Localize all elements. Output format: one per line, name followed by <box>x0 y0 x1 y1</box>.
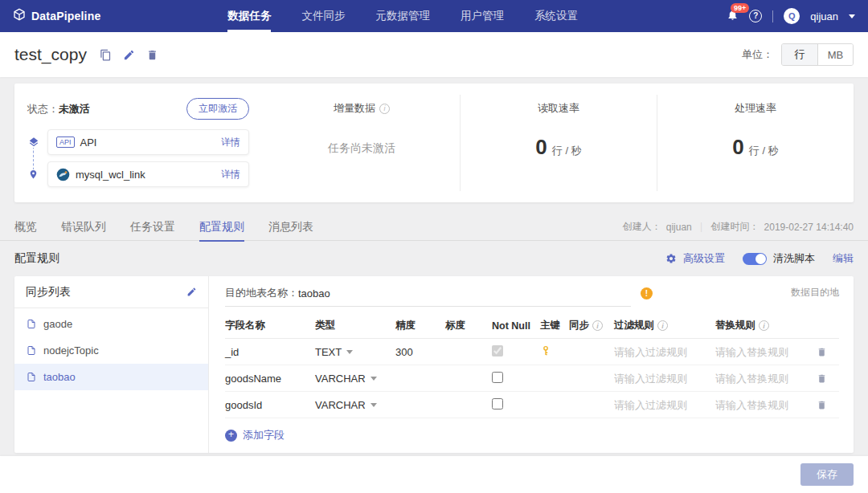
source-node-row: API API 详情 <box>27 129 249 155</box>
nav-item-metadata[interactable]: 元数据管理 <box>375 0 430 32</box>
type-select[interactable]: TEXT <box>315 346 395 358</box>
dest-table-name-input[interactable] <box>298 287 631 299</box>
dest-node-name: mysql_wcl_link <box>76 169 145 181</box>
precision-value[interactable]: 300 <box>395 346 445 358</box>
info-icon[interactable] <box>592 320 603 331</box>
advanced-settings-link[interactable]: 高级设置 <box>683 251 725 266</box>
notifications-button[interactable]: 99+ <box>727 9 739 24</box>
sync-item-label: gaode <box>43 318 72 330</box>
info-icon[interactable] <box>759 320 769 331</box>
type-select[interactable]: VARCHAR <box>315 373 395 385</box>
creator-value: qijuan <box>666 222 692 233</box>
creator-label: 创建人： <box>623 220 661 234</box>
dest-node-row: mysql_wcl_link 详情 <box>27 161 249 187</box>
col-field-name: 字段名称 <box>225 319 315 332</box>
tab-error-queue[interactable]: 错误队列 <box>61 214 106 241</box>
unit-option-mb[interactable]: MB <box>817 44 853 65</box>
unit-switch-group: 单位： 行 MB <box>742 43 854 66</box>
notification-badge: 99+ <box>731 3 749 13</box>
col-replace-rule: 替换规则 <box>715 319 755 332</box>
chevron-down-icon[interactable] <box>849 14 855 18</box>
brand-name: DataPipeline <box>31 10 100 22</box>
field-name: goodsId <box>225 399 315 411</box>
tab-overview[interactable]: 概览 <box>14 214 37 241</box>
tab-task-settings[interactable]: 任务设置 <box>130 214 175 241</box>
type-select[interactable]: VARCHAR <box>315 399 395 411</box>
chevron-down-icon <box>371 377 377 381</box>
sync-list-title: 同步列表 <box>26 285 71 299</box>
source-detail-link[interactable]: 详情 <box>221 136 240 149</box>
delete-row-icon[interactable] <box>817 373 839 384</box>
unit-option-rows[interactable]: 行 <box>782 44 817 65</box>
info-icon[interactable] <box>379 104 390 114</box>
clean-script-toggle[interactable] <box>743 253 767 265</box>
clean-script-label: 清洗脚本 <box>773 251 815 266</box>
status-card: 状态： 未激活 立即激活 API API 详情 <box>14 84 854 202</box>
brand[interactable]: DataPipeline <box>13 8 100 24</box>
save-button[interactable]: 保存 <box>800 463 854 486</box>
avatar[interactable]: Q <box>784 8 800 24</box>
metric-process-title: 处理速率 <box>735 101 776 116</box>
navbar-right: 99+ Q qijuan <box>727 8 855 24</box>
brand-logo-icon <box>13 8 26 24</box>
filter-rule-input[interactable] <box>614 373 710 385</box>
replace-rule-input[interactable] <box>715 399 812 411</box>
activate-button[interactable]: 立即激活 <box>186 98 249 120</box>
source-node-card[interactable]: API API 详情 <box>47 129 249 155</box>
pipeline-nodes: API API 详情 mysql_wcl_link 详情 <box>27 129 249 187</box>
not-null-checkbox[interactable] <box>492 372 503 383</box>
not-null-checkbox[interactable] <box>492 345 503 357</box>
edit-icon[interactable] <box>123 49 135 61</box>
gear-icon[interactable] <box>665 253 677 264</box>
mysql-icon <box>56 168 70 181</box>
copy-icon[interactable] <box>100 49 112 61</box>
tab-config-rules[interactable]: 配置规则 <box>199 214 244 241</box>
user-menu[interactable]: qijuan <box>810 10 838 22</box>
main-nav: 数据任务 文件同步 元数据管理 用户管理 系统设置 <box>227 0 578 32</box>
col-precision: 精度 <box>395 319 445 332</box>
dest-detail-link[interactable]: 详情 <box>221 168 240 181</box>
field-row: _id TEXT 300 <box>225 339 839 365</box>
filter-rule-input[interactable] <box>614 346 710 358</box>
sync-item-label: nodejcTopic <box>43 344 99 357</box>
delete-row-icon[interactable] <box>817 347 839 357</box>
chevron-down-icon <box>346 350 353 354</box>
replace-rule-input[interactable] <box>715 373 812 385</box>
tabs-bar: 概览 错误队列 任务设置 配置规则 消息列表 创建人： qijuan ｜ 创建时… <box>0 214 868 241</box>
delete-row-icon[interactable] <box>817 400 839 410</box>
edit-link[interactable]: 编辑 <box>833 251 854 266</box>
nav-item-data-tasks[interactable]: 数据任务 <box>227 0 271 32</box>
pin-icon <box>27 169 39 180</box>
sync-item-gaode[interactable]: gaode <box>14 311 208 337</box>
info-icon[interactable] <box>657 320 668 331</box>
status-label: 状态： <box>27 102 59 116</box>
meta-divider: ｜ <box>697 220 706 234</box>
source-node-name: API <box>80 136 97 149</box>
sync-item-taobao[interactable]: taobao <box>14 364 208 390</box>
tab-message-list[interactable]: 消息列表 <box>268 214 313 241</box>
edit-icon[interactable] <box>186 287 197 297</box>
warning-icon[interactable] <box>641 287 653 299</box>
not-null-checkbox[interactable] <box>492 398 503 409</box>
fields-table-header: 字段名称 类型 精度 标度 Not Null 主键 同步 过滤规则 替换规则 <box>225 313 839 339</box>
nav-item-system-settings[interactable]: 系统设置 <box>534 0 578 32</box>
page-title: test_copy <box>14 45 87 64</box>
replace-rule-input[interactable] <box>715 346 812 358</box>
metric-process-value: 0 <box>732 135 743 160</box>
chevron-down-icon <box>371 403 377 407</box>
nav-item-user-management[interactable]: 用户管理 <box>461 0 504 32</box>
delete-icon[interactable] <box>146 49 158 61</box>
footer-bar: 保存 <box>0 456 868 493</box>
add-field-label: 添加字段 <box>243 428 285 442</box>
add-field-button[interactable]: 添加字段 <box>225 418 839 452</box>
sync-item-nodejctopic[interactable]: nodejcTopic <box>14 337 208 364</box>
page-header: test_copy 单位： 行 MB <box>0 32 868 77</box>
nav-item-file-sync[interactable]: 文件同步 <box>301 0 345 32</box>
dest-node-card[interactable]: mysql_wcl_link 详情 <box>47 161 249 187</box>
section-title: 配置规则 <box>14 251 59 266</box>
unit-segmented-control: 行 MB <box>781 43 854 66</box>
filter-rule-input[interactable] <box>614 399 710 411</box>
divider <box>772 10 773 22</box>
help-icon[interactable] <box>749 10 762 22</box>
field-row: goodsId VARCHAR <box>225 392 839 418</box>
